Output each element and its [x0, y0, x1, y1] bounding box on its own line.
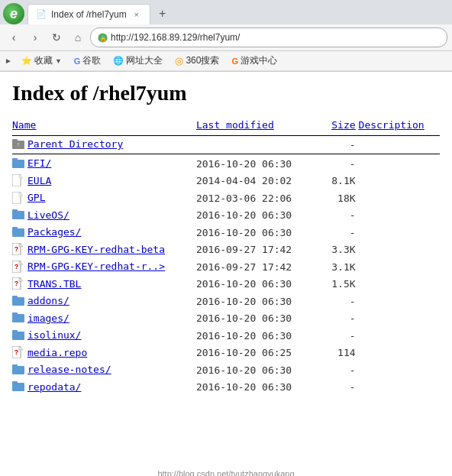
back-button[interactable]: ‹: [5, 28, 23, 47]
file-link[interactable]: GPL: [27, 192, 45, 203]
file-link[interactable]: Parent Directory: [27, 138, 123, 150]
file-desc: [359, 293, 440, 310]
col-header-name[interactable]: Name: [12, 118, 196, 136]
file-desc: [359, 345, 440, 362]
new-tab-button[interactable]: +: [153, 5, 172, 23]
watermark: http://blog.csdn.net/tyutzhangyukang: [157, 469, 294, 476]
svg-marker-12: [19, 192, 23, 196]
svg-rect-36: [12, 364, 18, 368]
file-size: 3.1K: [314, 258, 359, 276]
file-desc: [359, 361, 440, 379]
sort-size-link[interactable]: Size: [331, 119, 355, 131]
svg-marker-34: [19, 346, 23, 350]
file-icon: [12, 192, 24, 204]
file-link[interactable]: RPM-GPG-KEY-redhat-beta: [27, 244, 165, 255]
address-text: http://192.168.89.129/rhel7yum/: [111, 32, 441, 43]
file-desc: [359, 327, 440, 345]
folder-icon: [12, 329, 24, 342]
unknown-file-icon: ?: [12, 243, 24, 255]
sort-desc-link[interactable]: Description: [359, 119, 425, 131]
file-size: -: [314, 224, 359, 241]
bookmark-web-directory[interactable]: 🌐 网址大全: [110, 53, 166, 68]
sort-date-link[interactable]: Last modified: [196, 119, 274, 131]
bookmark-google[interactable]: G 谷歌: [71, 53, 105, 68]
file-size: 114: [314, 345, 359, 362]
file-link[interactable]: Packages/: [27, 226, 81, 238]
file-size: 8.1K: [314, 173, 359, 190]
file-link[interactable]: media.repo: [27, 347, 87, 358]
secure-icon: 🔒: [97, 32, 108, 43]
file-date: 2016-10-20 06:30: [196, 361, 314, 379]
tab-close-button[interactable]: ×: [131, 9, 142, 20]
file-link[interactable]: EULA: [27, 175, 51, 186]
file-size: -: [314, 155, 359, 173]
file-link[interactable]: images/: [27, 312, 69, 324]
file-size: -: [314, 136, 359, 154]
bookmark-label: 收藏: [34, 54, 53, 67]
file-link[interactable]: release-notes/: [27, 364, 111, 375]
sort-name-link[interactable]: Name: [12, 119, 36, 131]
svg-marker-22: [19, 261, 23, 264]
file-link[interactable]: TRANS.TBL: [27, 278, 81, 290]
svg-text:?: ?: [15, 245, 19, 253]
file-link[interactable]: addons/: [27, 295, 69, 306]
file-link[interactable]: isolinux/: [27, 329, 81, 341]
table-row: LiveOS/2016-10-20 06:30-: [12, 207, 440, 225]
dropdown-arrow-icon: ▼: [55, 57, 62, 65]
game-icon: G: [231, 57, 238, 66]
bookmark-favorites[interactable]: ⭐ 收藏 ▼: [18, 53, 65, 68]
svg-rect-31: [12, 330, 18, 333]
svg-text:?: ?: [15, 348, 19, 356]
file-date: 2016-10-20 06:30: [196, 276, 314, 293]
file-link[interactable]: LiveOS/: [27, 209, 69, 221]
folder-icon: [12, 226, 24, 238]
file-size: -: [314, 361, 359, 379]
bookmarks-arrow[interactable]: ►: [5, 57, 12, 65]
file-desc: [359, 310, 440, 328]
table-row: repodata/2016-10-20 06:30-: [12, 379, 440, 397]
browser-logo: e: [3, 3, 24, 24]
table-row: ↑Parent Directory-: [12, 136, 440, 154]
svg-rect-16: [12, 227, 18, 230]
col-header-size[interactable]: Size: [314, 118, 359, 136]
col-header-desc: Description: [359, 118, 440, 136]
file-date: [196, 136, 314, 154]
page-content: Index of /rhel7yum Name Last modified Si…: [0, 72, 452, 476]
file-desc: [359, 379, 440, 397]
star-icon: ⭐: [21, 56, 32, 66]
directory-table: Name Last modified Size Description ↑Par…: [12, 118, 440, 396]
bookmark-games[interactable]: G 游戏中心: [228, 53, 280, 68]
parent-dir-icon: ↑: [12, 138, 24, 151]
folder-icon: [12, 209, 24, 221]
active-tab[interactable]: 📄 Index of /rhel7yum ×: [27, 4, 150, 24]
address-bar[interactable]: 🔒 http://192.168.89.129/rhel7yum/: [90, 28, 447, 47]
file-link[interactable]: EFI/: [27, 157, 51, 169]
home-button[interactable]: ⌂: [69, 28, 87, 47]
file-date: 2016-10-20 06:30: [196, 379, 314, 397]
file-date: 2016-10-20 06:30: [196, 310, 314, 328]
bookmark-360search[interactable]: ◎ 360搜索: [172, 53, 222, 68]
file-date: 2016-10-20 06:30: [196, 155, 314, 173]
search-icon: ◎: [175, 55, 183, 66]
file-desc: [359, 224, 440, 241]
folder-icon: [12, 295, 24, 307]
svg-text:?: ?: [15, 263, 19, 270]
file-size: -: [314, 207, 359, 225]
table-row: images/2016-10-20 06:30-: [12, 310, 440, 328]
col-header-date[interactable]: Last modified: [196, 118, 314, 136]
table-row: GPL2012-03-06 22:0618K: [12, 189, 440, 207]
tab-label: Index of /rhel7yum: [51, 9, 127, 20]
file-size: 18K: [314, 189, 359, 207]
svg-rect-27: [12, 296, 18, 299]
file-size: 3.3K: [314, 241, 359, 259]
file-size: -: [314, 310, 359, 328]
file-desc: [359, 173, 440, 190]
forward-button[interactable]: ›: [26, 28, 44, 47]
file-date: 2016-09-27 17:42: [196, 258, 314, 276]
refresh-button[interactable]: ↻: [47, 28, 66, 47]
file-link[interactable]: RPM-GPG-KEY-redhat-r..>: [27, 261, 165, 272]
web-icon: 🌐: [113, 56, 124, 66]
file-link[interactable]: repodata/: [27, 381, 81, 393]
file-date: 2012-03-06 22:06: [196, 189, 314, 207]
svg-text:🔒: 🔒: [98, 34, 106, 42]
